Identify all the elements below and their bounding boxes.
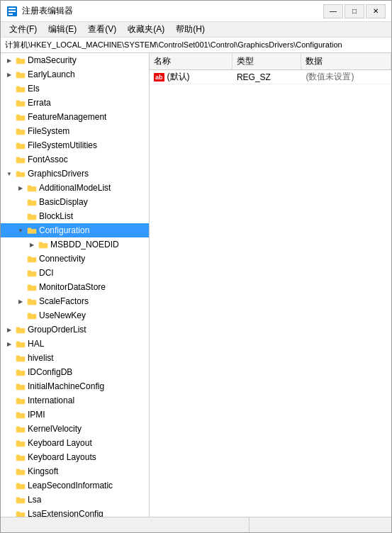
expand-icon[interactable]: ▶ bbox=[4, 55, 15, 66]
tree-item-label: LsaExtensionConfig bbox=[28, 509, 103, 517]
tree-item[interactable]: Lsa bbox=[1, 493, 149, 507]
close-button[interactable]: ✕ bbox=[366, 4, 386, 18]
expand-icon[interactable]: ▶ bbox=[4, 69, 15, 80]
expand-icon bbox=[4, 111, 15, 123]
svg-rect-15 bbox=[39, 243, 47, 247]
tree-item-label: IDConfigDB bbox=[28, 367, 72, 377]
expand-icon bbox=[15, 253, 26, 264]
tree-item[interactable]: BlockList bbox=[1, 209, 149, 223]
tree-item[interactable]: FileSystem bbox=[1, 124, 149, 138]
menu-item-e[interactable]: 编辑(E) bbox=[43, 22, 82, 37]
svg-rect-24 bbox=[16, 371, 25, 374]
folder-icon bbox=[15, 69, 26, 80]
svg-rect-2 bbox=[9, 11, 16, 12]
tree-item[interactable]: Keyboard Layouts bbox=[1, 450, 149, 464]
expand-icon bbox=[4, 125, 15, 137]
svg-rect-10 bbox=[16, 144, 25, 147]
cell-data: (数值未设置) bbox=[301, 69, 391, 84]
maximize-button[interactable]: □ bbox=[345, 4, 364, 18]
expand-icon[interactable]: ▶ bbox=[4, 324, 15, 335]
tree-item[interactable]: ▶ ScaleFactors bbox=[1, 294, 149, 308]
expand-icon[interactable]: ▶ bbox=[15, 182, 26, 193]
folder-icon bbox=[26, 253, 38, 264]
tree-item[interactable]: Els bbox=[1, 82, 149, 96]
column-headers: 名称 类型 数据 bbox=[150, 53, 391, 70]
folder-icon bbox=[15, 423, 26, 434]
svg-rect-17 bbox=[28, 271, 36, 275]
minimize-button[interactable]: — bbox=[323, 4, 343, 18]
folder-icon bbox=[15, 97, 26, 108]
tree-item[interactable]: International bbox=[1, 393, 149, 408]
expand-icon[interactable]: ▼ bbox=[4, 168, 15, 179]
folder-icon bbox=[26, 211, 38, 222]
tree-item[interactable]: KernelVelocity bbox=[1, 422, 149, 436]
tree-item[interactable]: ▶ MSBDD_NOEDID bbox=[1, 237, 149, 252]
menu-item-v[interactable]: 查看(V) bbox=[82, 22, 122, 37]
tree-item[interactable]: ▶ HAL bbox=[1, 337, 149, 351]
tree-item-label: Lsa bbox=[28, 495, 41, 505]
folder-icon bbox=[15, 324, 26, 335]
tree-item[interactable]: ▼ Configuration bbox=[1, 223, 149, 237]
tree-item-label: DmaSecurity bbox=[28, 55, 77, 65]
tree-item-label: FontAssoc bbox=[28, 155, 68, 164]
col-header-type[interactable]: 类型 bbox=[233, 53, 301, 69]
registry-editor-window: 注册表编辑器 — □ ✕ 文件(F)编辑(E)查看(V)收藏夹(A)帮助(H) … bbox=[0, 0, 392, 533]
expand-icon[interactable]: ▶ bbox=[26, 239, 38, 250]
expand-icon[interactable]: ▶ bbox=[15, 296, 26, 307]
tree-item[interactable]: Errata bbox=[1, 96, 149, 110]
folder-icon bbox=[15, 125, 26, 137]
tree-item-label: KernelVelocity bbox=[28, 424, 82, 434]
tree-item-label: MSBDD_NOEDID bbox=[50, 240, 119, 249]
menu-item-f[interactable]: 文件(F) bbox=[4, 22, 43, 37]
cell-type: REG_SZ bbox=[233, 71, 301, 84]
svg-rect-21 bbox=[16, 328, 25, 332]
tree-item[interactable]: hivelist bbox=[1, 351, 149, 365]
tree-item[interactable]: IDConfigDB bbox=[1, 365, 149, 379]
svg-rect-22 bbox=[16, 342, 25, 346]
tree-item[interactable]: ▶ EarlyLaunch bbox=[1, 67, 149, 82]
expand-icon bbox=[15, 196, 26, 208]
folder-icon bbox=[15, 508, 26, 517]
tree-item-label: Errata bbox=[28, 98, 51, 108]
tree-item[interactable]: ▶ AdditionalModeList bbox=[1, 181, 149, 195]
tree-item[interactable]: IPMI bbox=[1, 408, 149, 422]
menu-item-h[interactable]: 帮助(H) bbox=[170, 22, 211, 37]
tree-item[interactable]: ▶ GroupOrderList bbox=[1, 322, 149, 337]
tree-item[interactable]: Connectivity bbox=[1, 252, 149, 266]
expand-icon bbox=[15, 281, 26, 293]
table-row[interactable]: ab(默认)REG_SZ(数值未设置) bbox=[150, 70, 391, 84]
col-header-data[interactable]: 数据 bbox=[301, 53, 391, 69]
tree-item[interactable]: UseNewKey bbox=[1, 308, 149, 322]
expand-icon[interactable]: ▶ bbox=[4, 338, 15, 349]
tree-item[interactable]: FeatureManagement bbox=[1, 110, 149, 124]
tree-item[interactable]: Keyboard Layout bbox=[1, 436, 149, 450]
tree-item[interactable]: ▼ GraphicsDrivers bbox=[1, 167, 149, 181]
folder-icon bbox=[26, 281, 38, 293]
tree-item[interactable]: DCI bbox=[1, 266, 149, 280]
value-icon: ab bbox=[154, 73, 164, 82]
tree-item[interactable]: FileSystemUtilities bbox=[1, 138, 149, 152]
expand-icon[interactable]: ▼ bbox=[15, 225, 26, 236]
status-right bbox=[250, 517, 391, 532]
tree-item-label: International bbox=[28, 395, 74, 405]
tree-pane[interactable]: ▶ DmaSecurity▶ EarlyLaunch Els Errata Fe… bbox=[1, 53, 150, 517]
tree-item[interactable]: MonitorDataStore bbox=[1, 280, 149, 294]
tree-item-label: Kingsoft bbox=[28, 466, 58, 476]
menu-item-a[interactable]: 收藏夹(A) bbox=[122, 22, 170, 37]
tree-item[interactable]: BasicDisplay bbox=[1, 195, 149, 209]
tree-item[interactable]: InitialMachineConfig bbox=[1, 379, 149, 393]
col-header-name[interactable]: 名称 bbox=[150, 53, 233, 69]
cell-name: ab(默认) bbox=[150, 69, 233, 84]
tree-item-label: BlockList bbox=[39, 211, 73, 221]
tree-item[interactable]: FontAssoc bbox=[1, 152, 149, 167]
folder-icon bbox=[15, 395, 26, 406]
tree-item[interactable]: Kingsoft bbox=[1, 464, 149, 478]
tree-item[interactable]: LsaExtensionConfig bbox=[1, 507, 149, 517]
tree-item-label: InitialMachineConfig bbox=[28, 381, 104, 391]
expand-icon bbox=[4, 154, 15, 165]
tree-item-label: ScaleFactors bbox=[39, 296, 89, 306]
tree-item[interactable]: ▶ DmaSecurity bbox=[1, 53, 149, 67]
tree-item[interactable]: LeapSecondInformatic bbox=[1, 478, 149, 493]
title-controls: — □ ✕ bbox=[323, 4, 386, 18]
svg-rect-12 bbox=[28, 186, 36, 190]
